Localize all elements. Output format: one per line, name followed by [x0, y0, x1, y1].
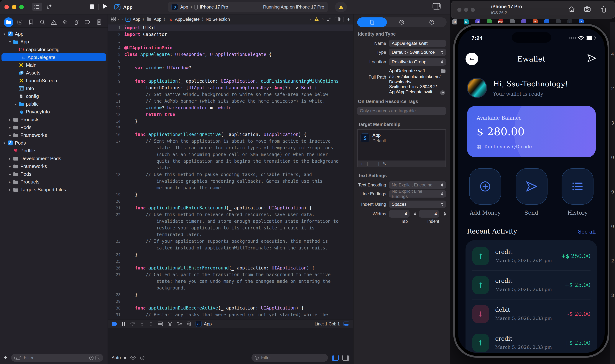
step-out-icon[interactable]	[148, 321, 153, 326]
avatar[interactable]	[467, 78, 487, 98]
send-button[interactable]	[515, 168, 547, 205]
network-icon[interactable]	[177, 321, 182, 326]
file-tree-item-frameworks[interactable]: ▸Frameworks	[0, 162, 107, 170]
step-over-icon[interactable]	[130, 322, 135, 326]
line-number[interactable]: 25	[108, 258, 124, 265]
zoom-window-button[interactable]	[19, 5, 24, 9]
line-number[interactable]: 5	[108, 51, 124, 58]
qr-hint-row[interactable]: ▦ Tap to view QR code	[477, 144, 586, 149]
file-tree-item-launchscreen[interactable]: LaunchScreen	[0, 77, 107, 85]
disclosure-closed-icon[interactable]: ▸	[8, 118, 12, 121]
process-segment-icon[interactable]	[187, 321, 191, 326]
line-number[interactable]	[108, 218, 124, 225]
line-number[interactable]	[108, 231, 124, 238]
indent-using-dropdown[interactable]: Spaces	[389, 201, 446, 208]
indent-width-field[interactable]: 4	[419, 210, 439, 218]
help-inspector-tab[interactable]: ?	[417, 17, 447, 27]
remove-target-button[interactable]: −	[372, 161, 374, 166]
screenshot-camera-icon[interactable]	[584, 6, 592, 12]
odr-tags-field[interactable]: Only resources are taggable	[357, 107, 446, 115]
editor-layout-icon[interactable]	[334, 17, 341, 22]
add-file-button[interactable]: +	[4, 354, 7, 361]
transaction-row[interactable]: ↓debitMarch 5, 2026, 2:33 pm-$ 20.00	[472, 299, 590, 328]
line-number[interactable]: 21	[108, 205, 124, 211]
reports-icon[interactable]	[94, 17, 104, 27]
line-number[interactable]: 22	[108, 211, 124, 218]
forward-nav-icon[interactable]: ›	[122, 17, 123, 21]
show-console-panel-icon[interactable]	[332, 355, 339, 361]
line-number[interactable]: 6	[108, 58, 124, 65]
disclosure-closed-icon[interactable]: ▸	[8, 126, 12, 129]
file-tree-item-pods[interactable]: ▸Pods	[0, 170, 107, 178]
line-endings-dropdown[interactable]: No Explicit Line Endings	[389, 190, 446, 197]
file-tree-item-capacitor-config[interactable]: {"}capacitor.config	[0, 46, 107, 53]
line-number[interactable]: 30	[108, 305, 124, 311]
minimize-window-button[interactable]	[12, 5, 16, 9]
disclosure-closed-icon[interactable]: ▸	[13, 102, 18, 106]
disclosure-closed-icon[interactable]: ▸	[8, 180, 12, 184]
console-filter-field[interactable]: Filter	[252, 354, 328, 362]
line-number[interactable]: 15	[108, 125, 124, 131]
rotate-device-icon[interactable]	[600, 6, 607, 13]
find-icon[interactable]	[38, 17, 47, 27]
type-dropdown[interactable]: Default - Swift Source	[389, 49, 446, 56]
line-number[interactable]	[108, 165, 124, 171]
file-tree-item-app[interactable]: ▾App	[0, 30, 107, 38]
file-inspector-tab[interactable]	[357, 17, 387, 27]
breakpoints-toggle-icon[interactable]	[112, 321, 118, 326]
disclosure-closed-icon[interactable]: ▸	[8, 133, 12, 137]
pause-icon[interactable]	[122, 322, 125, 326]
recents-clock-icon[interactable]	[89, 355, 94, 360]
line-number[interactable]: 14	[108, 118, 124, 125]
info-icon[interactable]	[140, 355, 145, 360]
file-tree-item-info[interactable]: Info	[0, 85, 107, 92]
target-row[interactable]: S App Default	[358, 130, 445, 146]
file-tree-item-appdelegate[interactable]: AppDelegate	[1, 53, 106, 61]
tab-width-stepper[interactable]	[412, 212, 416, 216]
line-number[interactable]	[108, 185, 124, 191]
disclosure-closed-icon[interactable]: ▸	[8, 188, 12, 192]
jumpbar-warning-icon[interactable]	[314, 17, 319, 21]
line-number[interactable]: 31	[108, 311, 124, 318]
prev-issue-icon[interactable]: ‹	[310, 17, 311, 21]
line-number[interactable]	[108, 151, 124, 158]
scheme-selector[interactable]: S App ⟩ iPhone 17 Pro Running App on iPh…	[168, 2, 328, 12]
tab-width-field[interactable]: 4	[389, 210, 409, 218]
sparkle-icon[interactable]	[46, 3, 53, 10]
navigator-filter-field[interactable]: Filter	[11, 354, 103, 362]
line-number[interactable]	[108, 85, 124, 91]
indent-width-stepper[interactable]	[442, 212, 446, 216]
line-number[interactable]: 20	[108, 198, 124, 205]
file-tree-item-pods[interactable]: ▾Pods	[0, 139, 107, 147]
transaction-row[interactable]: ↑creditMarch 5, 2026, 2:34 pm+$ 250.00	[472, 242, 590, 271]
file-tree-item-public[interactable]: ▸public	[0, 100, 107, 108]
related-items-icon[interactable]	[111, 17, 116, 22]
send-icon[interactable]	[587, 54, 596, 63]
line-number[interactable]: 18	[108, 171, 124, 178]
transaction-row[interactable]: ↑creditMarch 5, 2026, 2:33 pm+$ 25.00	[472, 271, 590, 299]
line-number[interactable]: 16	[108, 131, 124, 138]
add-target-button[interactable]: +	[361, 161, 363, 166]
inspector-toggle-icon[interactable]	[432, 3, 441, 10]
line-number[interactable]: 11	[108, 98, 124, 104]
breakpoints-icon[interactable]	[83, 17, 93, 27]
warning-badge[interactable]	[335, 2, 347, 12]
project-navigator-icon[interactable]	[4, 17, 13, 27]
next-issue-icon[interactable]: ›	[322, 17, 324, 21]
line-number[interactable]: 10	[108, 91, 124, 98]
line-number[interactable]: 19	[108, 191, 124, 198]
code-review-icon[interactable]	[326, 17, 332, 21]
line-number[interactable]: 2	[108, 31, 124, 38]
transaction-row[interactable]: ↑creditMarch 5, 2026, 2:33 pm+$ 25.00	[472, 328, 590, 353]
simulator-window-header[interactable]: iPhone 17 Pro iOS 26.2	[451, 1, 615, 19]
line-number[interactable]	[108, 178, 124, 185]
line-number[interactable]: 28	[108, 291, 124, 298]
bookmarks-icon[interactable]	[26, 17, 36, 27]
console-scope-dropdown[interactable]: Auto	[112, 355, 126, 360]
file-tree-item-app[interactable]: ▾App	[0, 38, 107, 46]
file-tree-item-assets[interactable]: Assets	[0, 69, 107, 77]
location-dropdown[interactable]: Relative to Group	[389, 58, 446, 65]
disclosure-open-icon[interactable]: ▾	[8, 40, 12, 44]
debug-app-label[interactable]: App	[204, 321, 212, 326]
see-all-link[interactable]: See all	[578, 229, 596, 235]
